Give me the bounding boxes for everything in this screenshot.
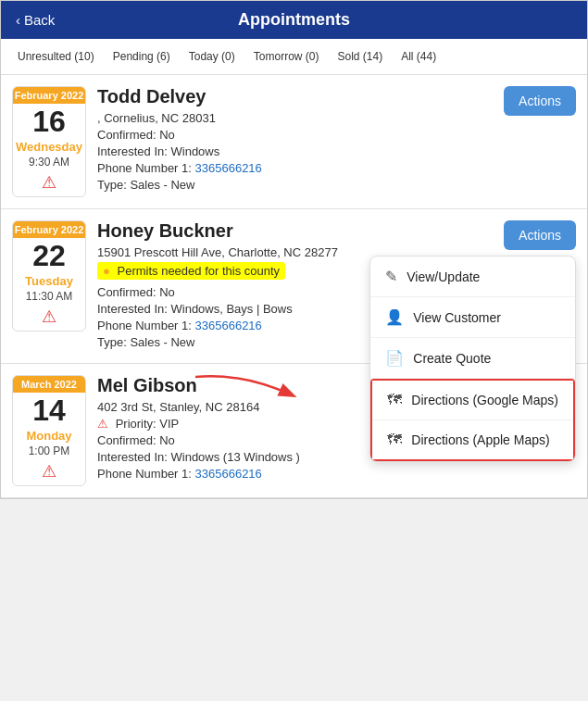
priority-warn-icon: ⚠ [97, 417, 108, 431]
dropdown-view-update[interactable]: ✎ View/Update [370, 257, 575, 297]
date-weekday-3: Monday [26, 429, 71, 443]
date-month-3: March 2022 [13, 376, 85, 393]
phone-link-2[interactable]: 3365666216 [195, 319, 262, 332]
actions-button-2[interactable]: Actions [504, 220, 576, 250]
dropdown-view-customer[interactable]: 👤 View Customer [370, 297, 575, 338]
map-apple-icon: 🗺 [387, 432, 402, 448]
app-container: ‹ Back Appointments Unresulted (10) Pend… [0, 0, 588, 499]
date-badge-2: February 2022 22 Tuesday 11:30 AM ⚠ [12, 220, 86, 332]
actions-button-1[interactable]: Actions [504, 86, 576, 116]
dropdown-create-quote[interactable]: 📄 Create Quote [370, 338, 575, 379]
date-month-2: February 2022 [13, 221, 85, 238]
phone-label-3: Phone Number 1: [97, 467, 192, 481]
filter-tomorrow[interactable]: Tomorrow (0) [246, 46, 327, 67]
date-weekday-1: Wednesday [16, 140, 82, 154]
warning-icon-3: ⚠ [42, 461, 56, 485]
map-google-icon: 🗺 [387, 392, 402, 408]
dropdown-directions-apple-label: Directions (Apple Maps) [411, 432, 549, 447]
appointment-card-2: February 2022 22 Tuesday 11:30 AM ⚠ Hone… [1, 209, 587, 364]
date-day-1: 16 [32, 104, 66, 140]
filter-today[interactable]: Today (0) [181, 46, 243, 67]
date-weekday-2: Tuesday [25, 274, 73, 288]
filter-sold[interactable]: Sold (14) [330, 46, 390, 67]
date-day-2: 22 [32, 238, 66, 274]
date-time-1: 9:30 AM [29, 154, 69, 172]
dropdown-directions-apple[interactable]: 🗺 Directions (Apple Maps) [372, 420, 573, 459]
date-time-2: 11:30 AM [26, 288, 73, 307]
appt-phone-1: Phone Number 1: 3365666216 [97, 161, 576, 175]
phone-link-1[interactable]: 3365666216 [195, 161, 262, 175]
highlighted-directions: 🗺 Directions (Google Maps) 🗺 Directions … [370, 379, 575, 461]
dropdown-view-update-label: View/Update [407, 269, 480, 284]
appt-interested-1: Interested In: Windows [97, 144, 576, 158]
back-label: Back [24, 12, 55, 28]
phone-label-2: Phone Number 1: [97, 319, 192, 332]
actions-dropdown: ✎ View/Update 👤 View Customer 📄 Create Q… [369, 256, 576, 462]
phone-link-3[interactable]: 3365666216 [195, 467, 262, 481]
date-day-3: 14 [32, 393, 66, 429]
phone-label-1: Phone Number 1: [97, 161, 192, 175]
appt-phone-3: Phone Number 1: 3365666216 [97, 467, 576, 481]
appointment-card-1: February 2022 16 Wednesday 9:30 AM ⚠ Tod… [1, 75, 587, 209]
filter-unresulted[interactable]: Unresulted (10) [10, 46, 102, 67]
dropdown-directions-google-label: Directions (Google Maps) [411, 393, 558, 407]
highlight-note-2: ● Permits needed for this county [97, 262, 285, 280]
filter-all[interactable]: All (44) [394, 46, 444, 67]
date-time-3: 1:00 PM [29, 443, 70, 461]
date-badge-3: March 2022 14 Monday 1:00 PM ⚠ [12, 375, 86, 486]
warning-icon-2: ⚠ [42, 307, 56, 331]
header: ‹ Back Appointments [1, 1, 587, 39]
date-month-1: February 2022 [13, 87, 85, 104]
filter-tabs: Unresulted (10) Pending (6) Today (0) To… [1, 39, 587, 75]
header-title: Appointments [238, 10, 350, 30]
quote-icon: 📄 [385, 349, 404, 367]
back-button[interactable]: ‹ Back [16, 12, 55, 28]
warning-icon-1: ⚠ [42, 172, 56, 196]
dropdown-view-customer-label: View Customer [413, 310, 501, 325]
appt-type-1: Type: Sales - New [97, 178, 576, 192]
date-badge-1: February 2022 16 Wednesday 9:30 AM ⚠ [12, 86, 86, 197]
filter-pending[interactable]: Pending (6) [106, 46, 178, 67]
dropdown-directions-google[interactable]: 🗺 Directions (Google Maps) [372, 381, 573, 420]
edit-icon: ✎ [385, 268, 397, 285]
customer-icon: 👤 [385, 308, 404, 326]
bullet-icon-2: ● [103, 264, 110, 278]
appt-confirmed-1: Confirmed: No [97, 128, 576, 142]
dropdown-create-quote-label: Create Quote [413, 351, 491, 366]
back-arrow-icon: ‹ [16, 12, 20, 28]
